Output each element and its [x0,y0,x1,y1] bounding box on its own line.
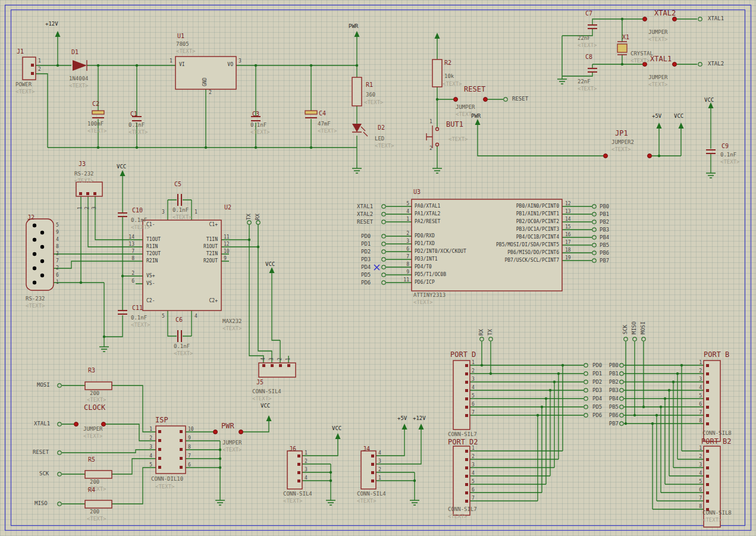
pn-u3-pd6: PD6/ICP [415,280,435,285]
ref-portb: PORT B [704,351,729,358]
val-jp-xtal1: JUMPER [648,75,668,80]
pin-u3-1: 1 [406,217,409,222]
schematic-labels: +12VJ112POWER<TEXT>D11N4004<TEXT>U17805<… [0,0,756,536]
ph-d1: <TEXT> [69,83,89,89]
ref-jp1: JP1 [615,130,628,137]
ph-c2: <TEXT> [87,128,107,134]
term-pb2-u3: PB2 [600,220,609,225]
pn-u2-r2out: R2OUT [203,259,218,264]
ph-c5: <TEXT> [172,215,192,220]
pn-u3-pb1: PB1/AIN1/PCINT1 [516,212,559,217]
val-c3: 0.1nF [250,123,266,128]
pin-portb-6: 6 [699,402,702,407]
pin-portb2-5: 5 [699,479,702,484]
pn-u3-pb3: PB3/OC1A/PCINT3 [516,227,559,232]
pn-u2-t1in: T1IN [206,237,218,242]
pin-j2-8: 8 [56,245,59,249]
val-j2: RS-232 [26,296,45,302]
pin-u3-3: 3 [406,239,409,244]
term-xtal1-u3: XTAL1 [357,204,373,209]
pin-isp-8: 8 [188,445,191,450]
val-r4: 200 [90,509,99,515]
pn-u3-pb5: PB5/MOSI/DI/SDA/PCINT5 [496,243,559,247]
ref-portd: PORT D [450,351,476,358]
pin-isp-3: 3 [149,445,152,450]
pin-j2-9: 9 [56,230,59,235]
pin-portb2-7: 7 [699,496,702,501]
ref-x1: X1 [622,35,629,40]
term-reset: RESET [512,96,528,102]
term-xtal1-r: XTAL1 [708,16,724,21]
net-vcc-u2: VCC [265,262,275,267]
ph-j6: <TEXT> [283,499,303,504]
pn-u1-gnd: GND [203,78,208,86]
pn-u3-pd0: PD0/RXD [415,234,435,239]
pin-u1-2: 2 [209,90,212,95]
pin-portd-1: 1 [472,361,475,365]
val-portd2: CONN-SIL7 [448,507,477,512]
ref-r1: R1 [366,82,373,88]
term-pd4-port: PD4 [592,396,602,402]
pin-portd-3: 3 [472,377,475,382]
ph-c9: <TEXT> [720,159,740,165]
val-isp: CONN-DIL10 [151,477,183,482]
val-c5: 0.1nF [172,208,189,213]
ph-d2: <TEXT> [375,143,394,149]
pin-portd-5: 5 [472,394,475,399]
val-j1: POWER [15,82,32,87]
term-pd0: PD0 [361,234,371,239]
term-pb2-port: PB2 [609,380,619,385]
pin-j3-3: 3 [92,206,97,209]
pin-u2-6: 6 [131,279,134,284]
pin-isp-1: 1 [149,427,152,432]
pn-u2-c2p: C2+ [209,299,218,303]
pin-u3-6: 6 [406,247,409,252]
ref-c6: C6 [175,317,183,323]
pn-u3-pd5: PD5/T1/OC0B [415,272,446,277]
val-c1: 0.1nF [128,123,145,128]
term-pb7-u3: PB7 [600,258,609,264]
ph-c1: <TEXT> [128,130,148,135]
term-pb3-port: PB3 [609,388,619,393]
schematic-canvas[interactable]: +12VJ112POWER<TEXT>D11N4004<TEXT>U17805<… [0,0,756,536]
pin-portb2-3: 3 [699,463,702,468]
ref-c3: C3 [252,111,259,117]
net-vcc-j6: VCC [332,426,341,431]
val-c8: 22nF [578,79,591,84]
ph-c8: <TEXT> [578,86,597,92]
ph-j5: <TEXT> [252,396,272,402]
pin-j4-1: 1 [378,476,381,481]
term-tx-pd: TX [488,329,493,336]
ref-jp-reset: RESET [464,86,485,93]
term-rx-pd: RX [479,329,484,336]
pin-u3-14: 14 [565,217,571,222]
pin-u3-17: 17 [565,240,571,245]
pin-j2-3: 3 [56,252,59,256]
val-r5: 200 [90,479,99,485]
pn-u2-vsp: VS+ [146,274,155,278]
pin-portd2-5: 5 [472,479,475,484]
pin-j4-2: 2 [378,468,381,472]
ph-x1: <TEXT> [630,58,650,64]
ph-u1: <TEXT> [176,49,196,54]
pn-u3-pb4: PB4/OC1B/PCINT4 [516,235,559,240]
pn-u2-t1out: T1OUT [146,237,161,242]
ref-c2: C2 [92,101,99,107]
net-pwr-top: PWR [349,24,358,29]
pin-isp-4: 4 [149,454,152,459]
val-jp-xtal2: JUMPER [648,30,668,35]
pin-portb2-6: 6 [699,488,702,493]
pin-u1-3: 3 [239,59,241,64]
net-pwr-jp1: PWR [471,114,481,119]
pin-u3-16: 16 [565,233,571,237]
ph-r4: <TEXT> [87,516,106,522]
val-r2: 10k [444,74,454,79]
net-5v-j4: +5V [397,416,407,421]
ph-j2: <TEXT> [26,303,45,309]
net-vcc-j5: VCC [261,403,270,409]
pn-u2-r1in: R1IN [146,245,158,249]
pn-u3-pa1: PA1/XTAL2 [415,212,440,217]
term-pd2-port: PD2 [592,380,602,385]
ref-c8: C8 [585,54,592,60]
pin-u2-13: 13 [128,242,134,247]
